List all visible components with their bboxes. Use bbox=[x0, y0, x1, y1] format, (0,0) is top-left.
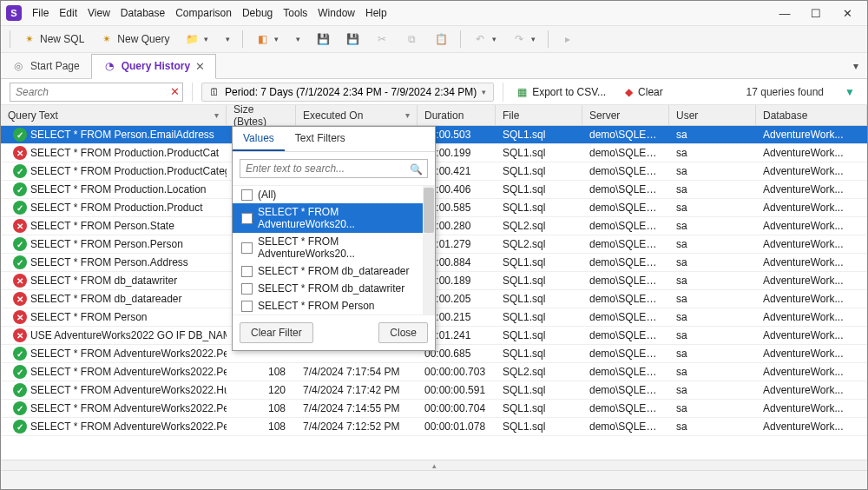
filter-footer: Clear Filter Close bbox=[233, 315, 435, 350]
col-executed-on[interactable]: Executed On ▾ bbox=[296, 105, 418, 125]
menu-database[interactable]: Database bbox=[121, 7, 165, 19]
column-filter-popup: Values Text Filters 🔍 (All)SELECT * FROM… bbox=[232, 126, 436, 351]
sql-icon: ✴ bbox=[23, 32, 36, 46]
checkbox[interactable] bbox=[241, 301, 253, 312]
toolbar-dropdown-3[interactable]: ▾ bbox=[289, 33, 306, 45]
filter-value-item[interactable]: SELECT * FROM AdventureWorks20... bbox=[233, 203, 435, 233]
cell-database: AdventureWork... bbox=[756, 220, 867, 232]
toolbar-dropdown-2[interactable]: ▾ bbox=[219, 33, 235, 45]
filter-item-label: SELECT * FROM AdventureWorks20... bbox=[258, 235, 426, 260]
filter-value-item[interactable]: SELECT * FROM db_datareader bbox=[233, 262, 435, 280]
filter-value-item[interactable]: (All) bbox=[233, 186, 435, 203]
col-query-text-label: Query Text bbox=[8, 109, 58, 122]
tab-query-history[interactable]: ◔ Query History ✕ bbox=[91, 54, 216, 79]
clear-label: Clear bbox=[638, 86, 663, 98]
target-icon: ◎ bbox=[11, 59, 25, 73]
cell-user: sa bbox=[669, 402, 756, 414]
tab-overflow-button[interactable]: ▾ bbox=[845, 60, 867, 72]
clear-filter-button[interactable]: Clear Filter bbox=[240, 322, 313, 343]
filter-value-item[interactable]: SELECT * FROM AdventureWorks20... bbox=[233, 233, 435, 262]
run-button[interactable]: ▸ bbox=[556, 30, 580, 48]
export-csv-button[interactable]: ▦ Export to CSV... bbox=[512, 83, 611, 101]
close-filter-button[interactable]: Close bbox=[378, 322, 428, 343]
status-ok-icon: ✓ bbox=[13, 420, 27, 434]
resize-handle[interactable]: ▴ bbox=[1, 460, 867, 470]
filter-tab-values[interactable]: Values bbox=[233, 127, 285, 151]
cell-user: sa bbox=[669, 348, 756, 360]
filter-value-item[interactable]: SELECT * FROM Person.Address bbox=[233, 315, 435, 315]
menu-tools[interactable]: Tools bbox=[283, 7, 307, 19]
funnel-icon[interactable]: ▼ bbox=[841, 83, 858, 101]
menu-view[interactable]: View bbox=[88, 7, 110, 19]
filter-value-item[interactable]: SELECT * FROM db_datawriter bbox=[233, 280, 435, 297]
cell-size: 120 bbox=[227, 384, 296, 396]
col-user[interactable]: User bbox=[669, 105, 756, 125]
col-size[interactable]: Size (Bytes) bbox=[227, 105, 296, 125]
filter-tab-text-filters[interactable]: Text Filters bbox=[285, 127, 356, 151]
query-text: SELECT * FROM Person.EmailAddress bbox=[30, 129, 214, 141]
checkbox[interactable] bbox=[241, 189, 253, 201]
save-all-button[interactable]: 💾 bbox=[340, 30, 365, 48]
col-file[interactable]: File bbox=[496, 105, 582, 125]
cell-query-text: ✓SELECT * FROM Production.Product bbox=[1, 201, 227, 215]
window-minimize[interactable]: — bbox=[770, 3, 799, 23]
cut-button[interactable]: ✂ bbox=[370, 30, 394, 48]
tab-start-page[interactable]: ◎ Start Page bbox=[1, 53, 91, 78]
cell-database: AdventureWork... bbox=[756, 293, 867, 305]
cell-executed-on: 7/4/2024 7:12:52 PM bbox=[296, 420, 418, 433]
status-ok-icon: ✓ bbox=[13, 347, 27, 361]
col-database[interactable]: Database bbox=[756, 105, 867, 125]
filter-values-list: (All)SELECT * FROM AdventureWorks20...SE… bbox=[233, 185, 435, 315]
checkbox[interactable] bbox=[241, 266, 253, 277]
undo-button[interactable]: ↶▾ bbox=[468, 30, 502, 48]
window-maximize[interactable]: ☐ bbox=[801, 3, 831, 23]
menu-window[interactable]: Window bbox=[318, 7, 355, 19]
clear-button[interactable]: ◆ Clear bbox=[620, 83, 668, 101]
close-tab-icon[interactable]: ✕ bbox=[195, 60, 205, 73]
filter-icon[interactable]: ▾ bbox=[214, 110, 219, 120]
checkbox[interactable] bbox=[241, 213, 253, 224]
redo-button[interactable]: ↷▾ bbox=[507, 30, 541, 48]
sort-icon[interactable]: ▾ bbox=[405, 110, 410, 120]
cell-server: demo\SQLEXPR... bbox=[582, 147, 669, 159]
table-row[interactable]: ✓SELECT * FROM AdventureWorks2022.HumanR… bbox=[1, 381, 867, 400]
search-input[interactable] bbox=[10, 83, 183, 102]
query-text: SELECT * FROM AdventureWorks2022.Person.… bbox=[30, 366, 227, 378]
menu-edit[interactable]: Edit bbox=[59, 7, 77, 19]
cell-query-text: ✓SELECT * FROM Person.Address bbox=[1, 255, 227, 269]
cell-query-text: ✓SELECT * FROM Person.EmailAddress bbox=[1, 128, 227, 142]
table-row[interactable]: ✓SELECT * FROM AdventureWorks2022.Person… bbox=[1, 363, 867, 381]
col-query-text[interactable]: Query Text ▾ bbox=[1, 105, 227, 125]
app-icon: S bbox=[6, 5, 22, 21]
menu-file[interactable]: File bbox=[32, 7, 49, 19]
col-server[interactable]: Server bbox=[582, 105, 669, 125]
status-ok-icon: ✓ bbox=[13, 128, 27, 142]
toolbar-dropdown-1[interactable]: 📁▾ bbox=[180, 30, 214, 48]
scrollbar-thumb[interactable] bbox=[424, 188, 434, 233]
window-close[interactable]: ✕ bbox=[832, 3, 862, 23]
paste-button[interactable]: 📋 bbox=[429, 30, 453, 48]
clear-search-icon[interactable]: ✕ bbox=[170, 85, 180, 98]
new-query-button[interactable]: ✴ New Query bbox=[95, 30, 174, 48]
menu-debug[interactable]: Debug bbox=[242, 7, 273, 19]
cell-server: demo\SQLEXPR... bbox=[582, 366, 669, 378]
new-sql-button[interactable]: ✴ New SQL bbox=[17, 30, 89, 48]
cell-query-text: ✕SELECT * FROM db_datawriter bbox=[1, 274, 227, 288]
toolbar-btn-3[interactable]: ◧▾ bbox=[250, 30, 284, 48]
filter-scrollbar[interactable] bbox=[423, 186, 435, 315]
caret-icon: ▾ bbox=[226, 35, 230, 43]
col-duration[interactable]: Duration bbox=[418, 105, 496, 125]
checkbox[interactable] bbox=[241, 283, 253, 295]
checkbox[interactable] bbox=[241, 242, 253, 254]
table-row[interactable]: ✓SELECT * FROM AdventureWorks2022.Person… bbox=[1, 400, 867, 418]
filter-search-input[interactable] bbox=[240, 159, 428, 178]
menu-comparison[interactable]: Comparison bbox=[175, 7, 232, 19]
menu-help[interactable]: Help bbox=[365, 7, 387, 19]
filter-value-item[interactable]: SELECT * FROM Person bbox=[233, 297, 435, 315]
cell-database: AdventureWork... bbox=[756, 202, 867, 214]
save-button[interactable]: 💾 bbox=[311, 30, 335, 48]
copy-button[interactable]: ⧉ bbox=[399, 30, 424, 48]
table-row[interactable]: ✓SELECT * FROM AdventureWorks2022.Person… bbox=[1, 418, 867, 436]
period-dropdown[interactable]: 🗓 Period: 7 Days (7/1/2024 2:34 PM - 7/9… bbox=[201, 83, 494, 102]
cell-server: demo\SQLEXPR... bbox=[582, 348, 669, 360]
